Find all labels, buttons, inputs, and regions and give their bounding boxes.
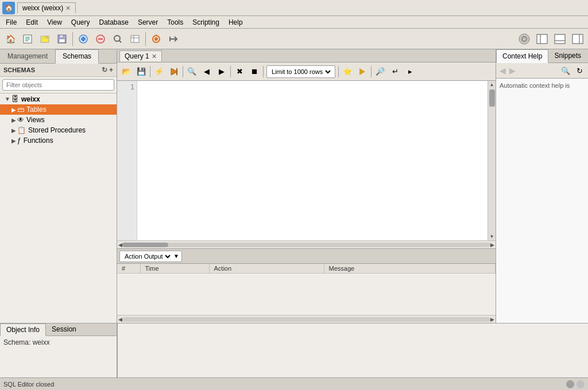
menu-tools[interactable]: Tools bbox=[163, 17, 188, 28]
editor-content[interactable] bbox=[137, 81, 488, 240]
sep1 bbox=[72, 32, 73, 46]
limit-select[interactable]: Limit to 1000 rows No Limit Limit to 10 … bbox=[266, 65, 335, 78]
zoom-btn[interactable]: 🔎 bbox=[373, 65, 387, 79]
tree-item-tables[interactable]: ▶ 🗃 Tables bbox=[0, 104, 117, 115]
menu-database[interactable]: Database bbox=[95, 17, 133, 28]
main-tab[interactable]: weixx (weixx) ✕ bbox=[17, 2, 76, 13]
prev-btn[interactable]: ◀ bbox=[200, 65, 214, 79]
output-btn[interactable] bbox=[552, 31, 568, 47]
h-scroll-left[interactable]: ◀ bbox=[118, 242, 122, 248]
output-h-scrollbar[interactable]: ◀ ▶ bbox=[117, 315, 496, 323]
query-tab-bar: Query 1 ✕ bbox=[117, 49, 496, 63]
more-btn[interactable]: ▸ bbox=[403, 65, 417, 79]
open-script-btn[interactable] bbox=[37, 31, 53, 47]
svg-rect-8 bbox=[60, 35, 63, 38]
svg-rect-14 bbox=[98, 38, 103, 40]
menu-query[interactable]: Query bbox=[67, 17, 95, 28]
tab-close-btn[interactable]: ✕ bbox=[65, 5, 71, 12]
output-table: # Time Action Message bbox=[117, 264, 496, 315]
panel-btn[interactable] bbox=[570, 31, 586, 47]
help-back-btn[interactable]: ◀ bbox=[498, 65, 507, 76]
save-file-btn[interactable]: 💾 bbox=[134, 65, 148, 79]
output-data-table: # Time Action Message bbox=[117, 264, 496, 274]
save-btn[interactable] bbox=[54, 31, 70, 47]
menu-view[interactable]: View bbox=[42, 17, 67, 28]
tab-object-info[interactable]: Object Info bbox=[0, 323, 46, 336]
menu-server[interactable]: Server bbox=[133, 17, 163, 28]
help-refresh-btn[interactable]: ↻ bbox=[573, 64, 586, 77]
status-text: SQL Editor closed bbox=[3, 381, 54, 388]
help-text: Automatic context help is bbox=[500, 82, 570, 89]
output-select[interactable]: Action Output ▼ bbox=[119, 251, 182, 262]
out-h-scroll-left[interactable]: ◀ bbox=[118, 317, 122, 322]
commit-btn[interactable] bbox=[355, 65, 369, 79]
remove-output-btn[interactable]: ✖ bbox=[233, 65, 246, 79]
schemas-header: SCHEMAS ↻ + bbox=[0, 64, 117, 77]
tree-arrow: ▼ bbox=[5, 96, 10, 102]
options-btn[interactable] bbox=[516, 31, 532, 47]
col-number: # bbox=[117, 264, 140, 274]
find-btn[interactable]: 🔍 bbox=[185, 65, 199, 79]
svg-rect-30 bbox=[555, 34, 565, 44]
tree-item-arrow: ▶ bbox=[11, 107, 16, 113]
tab-management[interactable]: Management bbox=[0, 49, 55, 63]
tab-session[interactable]: Session bbox=[46, 323, 82, 336]
query-tab-1[interactable]: Query 1 ✕ bbox=[119, 50, 162, 61]
svg-rect-28 bbox=[537, 34, 547, 44]
home-btn[interactable]: 🏠 bbox=[2, 31, 18, 47]
refresh-schemas-btn[interactable]: ↻ bbox=[102, 66, 107, 74]
vertical-scrollbar[interactable]: ▲ ▼ bbox=[488, 81, 496, 240]
execute-current-btn[interactable] bbox=[167, 65, 181, 79]
svg-point-21 bbox=[154, 37, 158, 41]
help-search-btn[interactable]: 🔍 bbox=[559, 64, 572, 77]
menu-file[interactable]: File bbox=[1, 17, 21, 28]
limit-dropdown[interactable]: Limit to 1000 rows No Limit Limit to 10 … bbox=[269, 68, 332, 76]
status-bar: SQL Editor closed bbox=[0, 377, 588, 390]
h-scroll-thumb[interactable] bbox=[122, 243, 168, 247]
tab-snippets[interactable]: Snippets bbox=[548, 49, 587, 63]
reconnect-btn[interactable] bbox=[148, 31, 164, 47]
scroll-thumb[interactable] bbox=[489, 89, 495, 107]
tree-item-arrow: ▶ bbox=[11, 117, 16, 123]
editor-h-scrollbar[interactable]: ◀ ▶ bbox=[117, 240, 496, 248]
table-def-btn[interactable] bbox=[127, 31, 143, 47]
scroll-up-btn[interactable]: ▲ bbox=[489, 81, 496, 88]
stop-btn[interactable]: ⏹ bbox=[247, 65, 261, 79]
execute-btn[interactable]: ⚡ bbox=[152, 65, 166, 79]
menu-help[interactable]: Help bbox=[224, 17, 247, 28]
help-forward-btn[interactable]: ▶ bbox=[508, 65, 517, 76]
bottom-tabs: Object Info Session bbox=[0, 323, 117, 336]
tables-icon: 🗃 bbox=[17, 106, 24, 114]
sidebar-btn[interactable] bbox=[534, 31, 550, 47]
wrap-btn[interactable]: ↵ bbox=[388, 65, 402, 79]
scroll-down-btn[interactable]: ▼ bbox=[489, 233, 496, 240]
tab-context-help[interactable]: Context Help bbox=[496, 49, 548, 63]
tree-db-root[interactable]: ▼ 🗄 weixx bbox=[0, 93, 117, 104]
create-schema-btn[interactable] bbox=[75, 31, 91, 47]
output-dropdown[interactable]: Action Output bbox=[122, 252, 172, 260]
open-file-btn[interactable]: 📂 bbox=[119, 65, 133, 79]
menu-scripting[interactable]: Scripting bbox=[188, 17, 224, 28]
filter-input[interactable] bbox=[2, 79, 114, 91]
new-query-btn[interactable] bbox=[20, 31, 36, 47]
out-scroll-track[interactable] bbox=[122, 317, 490, 322]
out-h-scroll-right[interactable]: ▶ bbox=[490, 317, 494, 322]
create-schema-small-btn[interactable]: + bbox=[109, 66, 113, 74]
h-scroll-track[interactable] bbox=[122, 243, 490, 247]
title-bar: 🏠 weixx (weixx) ✕ bbox=[0, 0, 588, 16]
menu-edit[interactable]: Edit bbox=[21, 17, 42, 28]
query-tab-close[interactable]: ✕ bbox=[152, 53, 157, 60]
drop-schema-btn[interactable] bbox=[92, 31, 109, 47]
col-action: Action bbox=[209, 264, 324, 274]
next-btn[interactable]: ▶ bbox=[215, 65, 229, 79]
q-sep6 bbox=[371, 66, 372, 77]
bookmark-btn[interactable]: ⭐ bbox=[341, 65, 354, 79]
disconnect-btn[interactable] bbox=[165, 31, 181, 47]
tab-schemas[interactable]: Schemas bbox=[55, 49, 99, 64]
tree-item-views[interactable]: ▶ 👁 Views bbox=[0, 115, 117, 125]
tree-item-stored-procedures[interactable]: ▶ 📋 Stored Procedures bbox=[0, 125, 117, 135]
q-sep5 bbox=[338, 66, 339, 77]
inspect-btn[interactable] bbox=[110, 31, 126, 47]
h-scroll-right[interactable]: ▶ bbox=[490, 242, 494, 248]
tree-item-functions[interactable]: ▶ ƒ Functions bbox=[0, 135, 117, 146]
